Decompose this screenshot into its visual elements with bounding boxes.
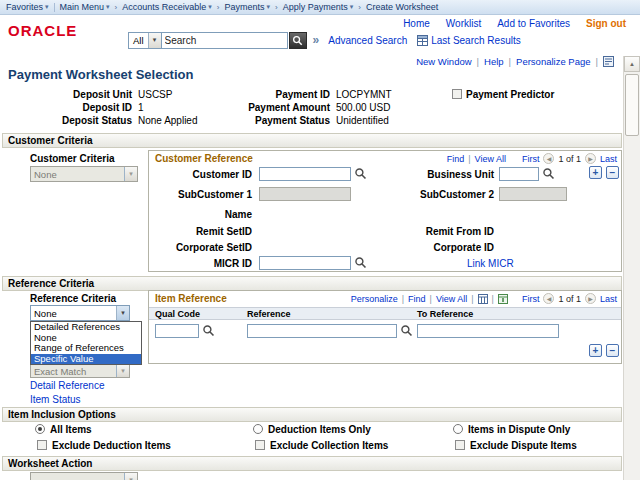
worksheet-action-select[interactable]: ▾ xyxy=(30,472,138,480)
pipe-separator: | xyxy=(471,294,473,304)
dropdown-option[interactable]: Detailed References xyxy=(31,322,141,333)
previous-page-button[interactable]: ◀ xyxy=(543,153,554,164)
breadcrumb: Favorites ▾ Main Menu ▾ › Accounts Recei… xyxy=(0,0,640,15)
deposit-unit-value: USCSP xyxy=(138,89,172,100)
next-page-button[interactable]: ▶ xyxy=(585,153,596,164)
chevron-down-icon: ▾ xyxy=(45,3,49,11)
deduction-items-only-radio[interactable] xyxy=(253,424,263,434)
corporate-id-label: Corporate ID xyxy=(394,242,494,253)
page-options-icon[interactable] xyxy=(603,56,614,67)
all-items-label: All Items xyxy=(50,424,92,435)
payment-predictor-checkbox[interactable] xyxy=(452,89,462,99)
last-search-results-link[interactable]: Last Search Results xyxy=(431,35,521,46)
micr-id-label: MICR ID xyxy=(149,258,252,269)
first-link[interactable]: First xyxy=(522,294,540,304)
all-items-radio[interactable] xyxy=(35,424,45,434)
breadcrumb-divider xyxy=(54,3,55,12)
breadcrumb-item-favorites[interactable]: Favorites ▾ xyxy=(6,2,49,12)
zoom-grid-icon[interactable] xyxy=(478,294,488,304)
payment-status-value: Unidentified xyxy=(336,115,389,126)
add-row-button[interactable]: + xyxy=(589,344,602,357)
exclude-collection-items-checkbox[interactable] xyxy=(255,440,265,450)
group-title: Item Reference xyxy=(155,293,227,304)
first-link[interactable]: First xyxy=(522,154,540,164)
chevron-down-icon: ▾ xyxy=(350,3,354,11)
chevron-down-icon: ▾ xyxy=(106,3,110,11)
item-status-link[interactable]: Item Status xyxy=(30,394,81,405)
breadcrumb-item-accounts-receivable[interactable]: Accounts Receivable ▾ xyxy=(122,2,212,12)
home-link[interactable]: Home xyxy=(403,18,430,29)
corporate-setid-label: Corporate SetID xyxy=(149,242,252,253)
vertical-scrollbar[interactable]: ▲ xyxy=(623,56,640,480)
last-link[interactable]: Last xyxy=(600,294,617,304)
scroll-up-icon: ▲ xyxy=(629,61,635,67)
breadcrumb-item-payments[interactable]: Payments ▾ xyxy=(224,2,270,12)
qual-code-lookup-icon[interactable] xyxy=(202,324,215,337)
view-all-link[interactable]: View All xyxy=(436,294,467,304)
advanced-search-link[interactable]: Advanced Search xyxy=(328,35,407,46)
search-scope-select[interactable]: All ▾ xyxy=(128,32,162,49)
scroll-up-button[interactable]: ▲ xyxy=(624,56,640,72)
exclude-deduction-items-checkbox[interactable] xyxy=(37,440,47,450)
to-reference-input[interactable] xyxy=(417,324,559,338)
breadcrumb-item-create-worksheet[interactable]: Create Worksheet xyxy=(366,2,438,12)
personalize-link[interactable]: Personalize xyxy=(351,294,398,304)
exclude-dispute-items-checkbox[interactable] xyxy=(455,440,465,450)
grid-column-headers: Qual Code Reference To Reference xyxy=(149,307,621,320)
worklist-link[interactable]: Worklist xyxy=(446,18,481,29)
pipe-separator: | xyxy=(468,154,470,164)
business-unit-input[interactable] xyxy=(499,167,539,181)
micr-id-input[interactable] xyxy=(259,256,351,270)
detail-reference-link[interactable]: Detail Reference xyxy=(30,380,104,391)
last-link[interactable]: Last xyxy=(600,154,617,164)
download-grid-icon[interactable] xyxy=(498,294,508,304)
delete-row-button[interactable]: − xyxy=(606,344,619,357)
find-link[interactable]: Find xyxy=(408,294,426,304)
new-window-link[interactable]: New Window xyxy=(416,56,471,67)
previous-page-button[interactable]: ◀ xyxy=(543,293,554,304)
search-scope-value: All xyxy=(129,33,148,48)
worksheet-action-section-header: Worksheet Action xyxy=(2,456,622,471)
group-toolbar: Personalize | Find | View All | | First … xyxy=(351,293,617,304)
dropdown-option[interactable]: Range of References xyxy=(31,343,141,354)
add-to-favorites-link[interactable]: Add to Favorites xyxy=(497,18,570,29)
breadcrumb-separator-icon: › xyxy=(115,3,118,12)
delete-row-button[interactable]: − xyxy=(606,166,619,179)
sign-out-link[interactable]: Sign out xyxy=(586,18,626,29)
breadcrumb-item-apply-payments[interactable]: Apply Payments ▾ xyxy=(283,2,354,12)
find-link[interactable]: Find xyxy=(447,154,465,164)
customer-criteria-select[interactable]: None ▾ xyxy=(30,166,138,182)
customer-id-input[interactable] xyxy=(259,167,351,181)
link-micr-link[interactable]: Link MICR xyxy=(467,258,514,269)
search-icon xyxy=(292,35,303,46)
add-row-button[interactable]: + xyxy=(589,166,602,179)
scrollbar-thumb[interactable] xyxy=(625,74,639,136)
micr-id-lookup-icon[interactable] xyxy=(354,256,367,269)
pipe-separator: | xyxy=(477,56,479,67)
exact-match-select-value: Exact Match xyxy=(31,365,116,377)
last-search-results-icon[interactable] xyxy=(417,35,428,46)
chevron-down-icon[interactable]: ▾ xyxy=(116,306,129,320)
deposit-status-value: None Applied xyxy=(138,115,198,126)
customer-id-lookup-icon[interactable] xyxy=(354,167,367,180)
chevron-down-icon[interactable]: ▾ xyxy=(148,33,161,48)
pipe-separator: | xyxy=(509,56,511,67)
items-in-dispute-only-radio[interactable] xyxy=(453,424,463,434)
search-button[interactable] xyxy=(289,32,307,49)
next-page-button[interactable]: ▶ xyxy=(585,293,596,304)
subcustomer1-label: SubCustomer 1 xyxy=(149,189,252,200)
search-input[interactable] xyxy=(162,32,288,49)
remit-from-id-label: Remit From ID xyxy=(394,226,494,237)
business-unit-lookup-icon[interactable] xyxy=(542,167,555,180)
view-all-link[interactable]: View All xyxy=(475,154,506,164)
qual-code-input[interactable] xyxy=(155,324,199,338)
breadcrumb-item-main-menu[interactable]: Main Menu ▾ xyxy=(60,2,110,12)
help-link[interactable]: Help xyxy=(484,56,504,67)
reference-criteria-select[interactable]: None ▾ xyxy=(30,305,130,321)
dropdown-option-highlighted[interactable]: Specific Value xyxy=(31,354,141,365)
reference-lookup-icon[interactable] xyxy=(400,324,413,337)
breadcrumb-label: Main Menu xyxy=(60,2,105,12)
reference-input[interactable] xyxy=(247,324,397,338)
business-unit-label: Business Unit xyxy=(394,169,494,180)
personalize-page-link[interactable]: Personalize Page xyxy=(516,56,590,67)
